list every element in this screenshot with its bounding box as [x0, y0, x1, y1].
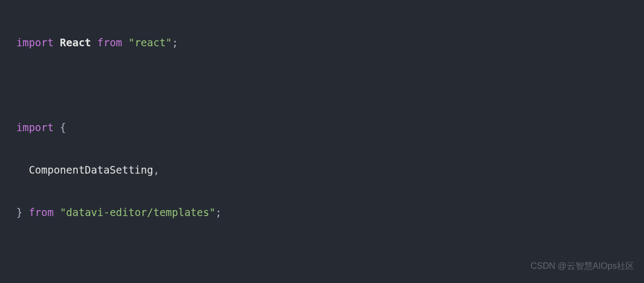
string-module: "react"	[128, 36, 172, 48]
code-line-blank	[16, 75, 628, 96]
keyword-from: from	[97, 36, 122, 48]
keyword-from: from	[29, 206, 54, 218]
code-line-1: import React from "react";	[16, 32, 628, 53]
keyword-import: import	[16, 36, 54, 48]
brace-open: {	[60, 121, 66, 133]
code-line-4: ComponentDataSetting,	[16, 159, 628, 181]
code-block: import React from "react"; import { Comp…	[16, 11, 628, 283]
identifier-component: ComponentDataSetting	[29, 164, 153, 176]
comma: ,	[153, 164, 159, 176]
semicolon: ;	[172, 36, 178, 48]
semicolon: ;	[215, 206, 221, 218]
string-module: "datavi-editor/templates"	[60, 206, 215, 218]
keyword-import: import	[16, 121, 54, 133]
code-line-5: } from "datavi-editor/templates";	[16, 202, 628, 223]
identifier-react: React	[60, 36, 91, 48]
watermark: CSDN @云智慧AIOps社区	[531, 255, 634, 276]
brace-close: }	[16, 206, 22, 218]
code-line-3: import {	[16, 117, 628, 138]
